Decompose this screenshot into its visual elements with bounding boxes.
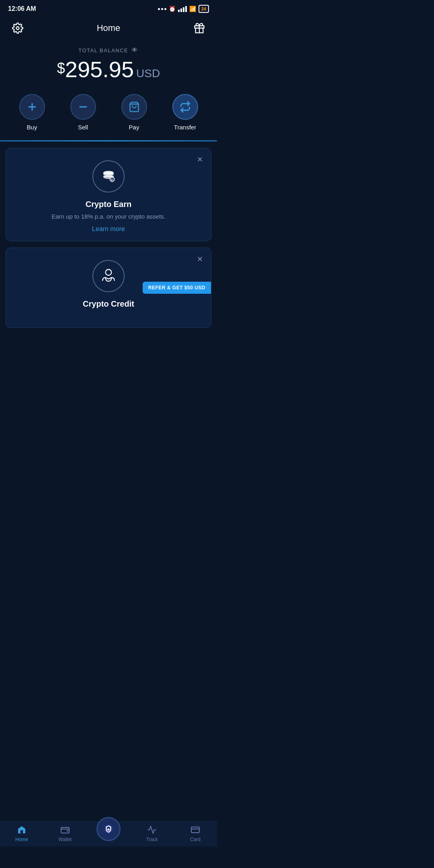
crypto-earn-description: Earn up to 18% p.a. on your crypto asset… (14, 213, 203, 220)
plus-icon (27, 101, 38, 113)
crypto-earn-title: Crypto Earn (14, 200, 203, 209)
balance-section: TOTAL BALANCE 👁 $295.95USD (0, 43, 217, 94)
sell-button-circle (70, 94, 96, 120)
minus-icon (78, 101, 89, 113)
svg-point-0 (16, 27, 19, 30)
transfer-button-circle (172, 94, 198, 120)
separator (0, 140, 217, 141)
settings-button[interactable] (10, 20, 26, 36)
pay-label: Pay (129, 124, 139, 131)
page-title: Home (97, 23, 121, 33)
svg-point-15 (106, 269, 112, 275)
wifi-icon: 📶 (189, 6, 196, 12)
crypto-earn-card: ✕ $ Crypto Earn Earn up to 18% p.a. on y… (6, 148, 211, 241)
alarm-icon: ⏰ (169, 6, 176, 12)
crypto-credit-icon-circle (92, 260, 125, 292)
crypto-earn-close-button[interactable]: ✕ (194, 154, 205, 165)
signal-icon (178, 6, 187, 12)
pay-button[interactable]: Pay (121, 94, 147, 131)
crypto-earn-learn-more[interactable]: Learn more (14, 225, 203, 233)
visibility-toggle[interactable]: 👁 (131, 47, 139, 54)
sell-label: Sell (78, 124, 88, 131)
status-time: 12:06 AM (8, 5, 36, 12)
content-area: ✕ $ Crypto Earn Earn up to 18% p.a. on y… (0, 148, 217, 383)
refer-badge[interactable]: REFER & GET $50 USD (143, 282, 211, 294)
buy-button-circle (19, 94, 45, 120)
bag-icon (129, 101, 140, 113)
crypto-credit-card: ✕ Crypto Credit REFER & GET $50 USD (6, 248, 211, 328)
svg-text:$: $ (111, 178, 113, 182)
balance-amount: $295.95USD (8, 57, 209, 82)
battery-icon: 24 (199, 5, 209, 13)
status-dots (158, 8, 166, 10)
currency-code: USD (136, 67, 160, 80)
sell-button[interactable]: Sell (70, 94, 96, 131)
transfer-icon (180, 101, 191, 113)
status-bar: 12:06 AM ⏰ 📶 24 (0, 0, 217, 16)
buy-label: Buy (27, 124, 37, 131)
earn-icon: $ (100, 168, 117, 185)
buy-button[interactable]: Buy (19, 94, 45, 131)
balance-label: TOTAL BALANCE 👁 (8, 47, 209, 54)
status-icons: ⏰ 📶 24 (158, 5, 209, 13)
pay-button-circle (121, 94, 147, 120)
transfer-label: Transfer (174, 124, 196, 131)
credit-icon (100, 267, 117, 285)
gift-button[interactable] (191, 20, 207, 36)
action-buttons: Buy Sell Pay Tran (0, 94, 217, 140)
gift-icon (194, 23, 205, 34)
gear-icon (12, 23, 23, 34)
balance-value: 295.95 (65, 57, 134, 82)
crypto-credit-title: Crypto Credit (14, 299, 203, 309)
crypto-earn-icon-circle: $ (92, 160, 125, 192)
transfer-button[interactable]: Transfer (172, 94, 198, 131)
crypto-credit-close-button[interactable]: ✕ (194, 254, 205, 265)
header: Home (0, 16, 217, 43)
currency-symbol: $ (57, 60, 65, 76)
